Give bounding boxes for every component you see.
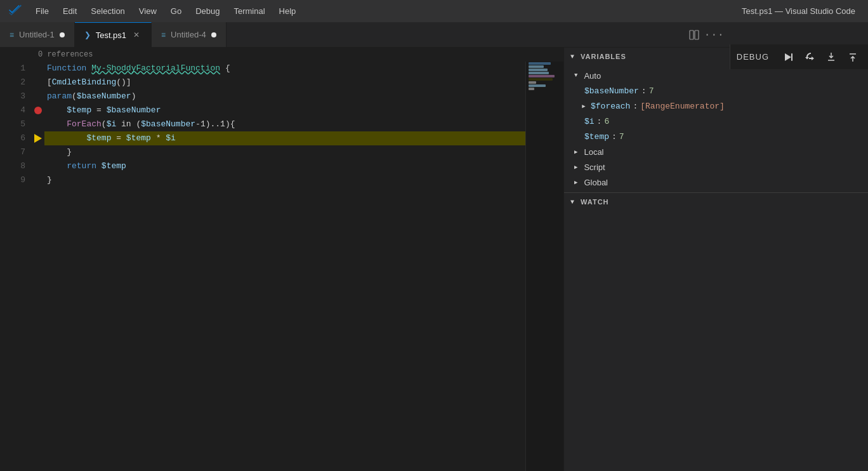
script-section-label: Script	[584, 163, 605, 172]
window-title: Test.ps1 — Visual Studio Code	[742, 6, 855, 16]
tab-close-testps1[interactable]: ✕	[131, 30, 141, 40]
foreach-expand-icon[interactable]: ▶	[579, 102, 588, 110]
line-num-2: 2	[0, 76, 25, 90]
menu-edit[interactable]: Edit	[56, 4, 83, 18]
tab-label-untitled1: Untitled-1	[19, 30, 55, 39]
code-line-4: $temp = $baseNumber	[44, 103, 525, 117]
watch-section: ▼ WATCH	[564, 193, 868, 471]
var-basenumber: $baseNumber : 7	[564, 83, 868, 98]
menu-view[interactable]: View	[133, 4, 163, 18]
tab-label-untitled4: Untitled-4	[171, 30, 206, 39]
code-line-8: return $temp	[44, 159, 525, 173]
line-num-7: 7	[0, 145, 25, 159]
gutter-5	[32, 117, 44, 131]
global-section-header[interactable]: ▶ Global	[564, 175, 868, 190]
var-basenumber-colon: :	[641, 86, 647, 96]
line-num-1: 1	[0, 62, 25, 76]
editor-area: 0 references 1 2 3 4 5 6 7 8 9	[0, 48, 563, 471]
var-basenumber-name: $baseNumber	[584, 86, 639, 96]
tab-modified-dot-untitled1	[60, 32, 65, 37]
line-num-4: 4	[0, 103, 25, 117]
var-temp: $temp : 7	[564, 129, 868, 144]
tab-untitled4[interactable]: ≡ Untitled-4	[152, 22, 227, 47]
gutter-breakpoint-4[interactable]	[32, 103, 44, 117]
local-section-header[interactable]: ▶ Local	[564, 144, 868, 159]
var-i-colon: :	[597, 117, 602, 126]
vscode-icon	[6, 3, 24, 20]
tab-testps1[interactable]: ❯ Test.ps1 ✕	[75, 22, 152, 47]
var-basenumber-value: 7	[649, 86, 654, 96]
debug-step-into-button[interactable]	[822, 48, 840, 66]
debug-step-out-button[interactable]	[844, 48, 862, 66]
code-line-2: [CmdletBinding()]	[44, 76, 525, 90]
watch-chevron-icon: ▼	[570, 199, 574, 206]
auto-section-header[interactable]: ▼ Auto	[564, 68, 868, 83]
gutter-3	[32, 90, 44, 103]
watch-title: WATCH	[581, 198, 609, 206]
line-num-8: 8	[0, 159, 25, 173]
gutter-1	[32, 62, 44, 76]
var-foreach-value: [RangeEnumerator]	[640, 102, 725, 111]
debug-toolbar: DEBUG	[730, 44, 868, 70]
menu-debug[interactable]: Debug	[189, 4, 226, 18]
svg-rect-1	[695, 30, 699, 39]
global-expand-icon: ▶	[574, 179, 577, 186]
editor-gutter	[32, 62, 44, 471]
tab-untitled1[interactable]: ≡ Untitled-1	[0, 22, 75, 47]
menu-help[interactable]: Help	[273, 4, 303, 18]
gutter-2	[32, 76, 44, 90]
line-num-6: 6	[0, 131, 25, 145]
code-line-7: }	[44, 145, 525, 159]
right-panel: ▼ VARIABLES ▼ Auto $baseNumber : 7 ▶	[563, 48, 868, 471]
tab-modified-dot-untitled4	[211, 32, 216, 37]
tab-label-testps1: Test.ps1	[96, 30, 126, 40]
local-section-label: Local	[584, 147, 603, 157]
menu-file[interactable]: File	[29, 4, 55, 18]
split-editor-button[interactable]	[685, 26, 703, 44]
debug-step-over-button[interactable]	[801, 48, 819, 66]
menu-selection[interactable]: Selection	[84, 4, 131, 18]
var-temp-name: $temp	[584, 132, 609, 142]
var-foreach-colon: :	[633, 102, 638, 111]
watch-header[interactable]: ▼ WATCH	[564, 193, 868, 211]
code-line-1: Function My-ShoddyFactorialFunction {	[44, 62, 525, 76]
gutter-current-6	[32, 131, 44, 145]
local-expand-icon: ▶	[574, 149, 577, 156]
line-num-3: 3	[0, 90, 25, 103]
code-line-3: param($baseNumber)	[44, 90, 525, 103]
svg-rect-0	[690, 30, 694, 39]
code-line-9: }	[44, 173, 525, 187]
var-i: $i : 6	[564, 114, 868, 129]
tab-icon-untitled4: ≡	[161, 30, 166, 39]
var-temp-colon: :	[612, 132, 617, 142]
script-section-header[interactable]: ▶ Script	[564, 159, 868, 175]
var-temp-value: 7	[619, 132, 624, 142]
main-content: 0 references 1 2 3 4 5 6 7 8 9	[0, 48, 868, 471]
menu-bar: File Edit Selection View Go Debug Termin…	[29, 4, 862, 18]
var-i-value: 6	[604, 117, 609, 126]
tab-actions: ···	[685, 22, 730, 47]
tab-icon-testps1: ❯	[84, 30, 91, 39]
variables-title: VARIABLES	[581, 53, 626, 60]
breakpoint-icon	[34, 107, 42, 114]
var-foreach: ▶ $foreach : [RangeEnumerator]	[564, 98, 868, 114]
gutter-9	[32, 173, 44, 187]
code-editor[interactable]: 1 2 3 4 5 6 7 8 9	[0, 62, 563, 471]
script-expand-icon: ▶	[574, 164, 577, 171]
titlebar: File Edit Selection View Go Debug Termin…	[0, 0, 868, 22]
code-line-6: $temp = $temp * $i	[44, 131, 525, 145]
minimap	[525, 62, 563, 471]
line-num-5: 5	[0, 117, 25, 131]
svg-rect-2	[791, 53, 792, 61]
menu-terminal[interactable]: Terminal	[227, 4, 271, 18]
line-num-9: 9	[0, 173, 25, 187]
gutter-7	[32, 145, 44, 159]
menu-go[interactable]: Go	[164, 4, 188, 18]
debug-continue-button[interactable]	[779, 48, 797, 66]
auto-expand-icon: ▼	[574, 72, 577, 79]
more-actions-button[interactable]: ···	[706, 26, 723, 44]
tab-icon-untitled1: ≡	[10, 30, 14, 39]
code-lines: Function My-ShoddyFactorialFunction { [C…	[44, 62, 525, 471]
gutter-8	[32, 159, 44, 173]
auto-section-label: Auto	[584, 71, 601, 81]
